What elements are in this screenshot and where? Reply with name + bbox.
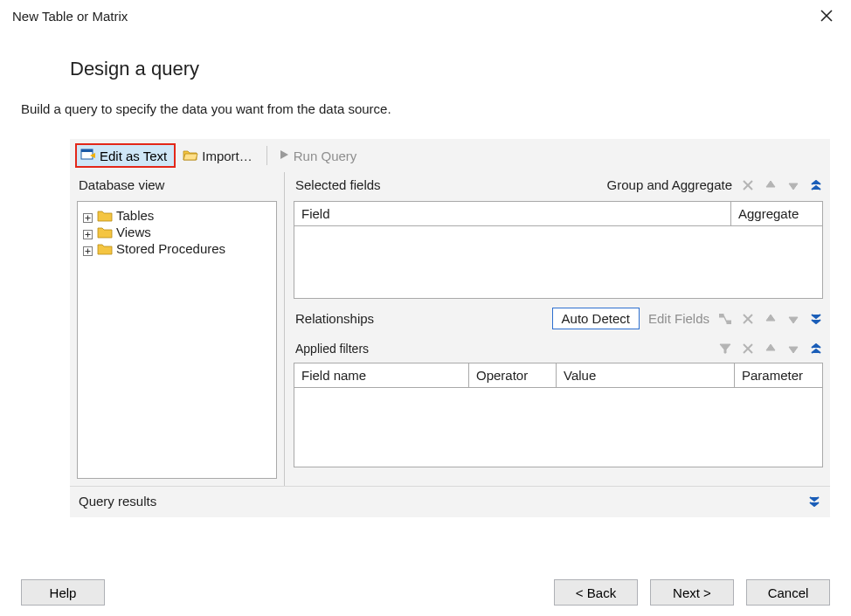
relationships-title: Relationships (295, 311, 374, 326)
selected-fields-grid[interactable]: Field Aggregate (294, 201, 823, 299)
page-subtext: Build a query to specify the data you wa… (21, 101, 830, 116)
collapse-icon[interactable] (809, 342, 823, 356)
selected-fields-columns: Field Aggregate (294, 202, 822, 226)
folder-open-icon (183, 148, 198, 164)
heading-area: Design a query Build a query to specify … (0, 31, 851, 116)
designer-panels: Database view Tables (70, 172, 830, 486)
col-operator[interactable]: Operator (469, 363, 557, 387)
svg-rect-3 (81, 149, 93, 152)
folder-icon (97, 243, 113, 255)
col-field[interactable]: Field (294, 202, 731, 225)
selected-fields-tools: Group and Aggregate (607, 177, 823, 192)
svg-marker-5 (280, 150, 288, 159)
relationship-icon[interactable] (718, 312, 732, 326)
svg-rect-20 (727, 321, 731, 324)
expand-icon[interactable] (809, 312, 823, 326)
database-view-panel: Database view Tables (70, 172, 285, 486)
import-label: Import… (202, 149, 253, 163)
tree-node-label: Stored Procedures (116, 241, 225, 256)
expand-icon[interactable] (83, 244, 93, 254)
expand-icon[interactable] (83, 227, 93, 238)
play-icon (278, 149, 290, 163)
tree-node-views[interactable]: Views (80, 224, 276, 240)
folder-icon (97, 226, 113, 239)
selected-fields-header: Selected fields Group and Aggregate (294, 172, 823, 201)
applied-filters-body (294, 388, 822, 467)
database-view-title: Database view (77, 172, 277, 201)
svg-marker-17 (766, 181, 775, 187)
tree-node-label: Tables (116, 208, 154, 223)
edit-fields-link[interactable]: Edit Fields (648, 311, 709, 326)
move-up-icon[interactable] (764, 342, 778, 356)
applied-filters-tools (718, 342, 823, 356)
move-up-icon[interactable] (764, 312, 778, 326)
move-up-icon[interactable] (764, 178, 778, 192)
svg-marker-18 (789, 183, 798, 190)
applied-filters-grid[interactable]: Field name Operator Value Parameter (294, 363, 823, 467)
applied-filters-columns: Field name Operator Value Parameter (294, 363, 822, 388)
right-panel: Selected fields Group and Aggregate Fiel… (285, 172, 830, 486)
selected-fields-title: Selected fields (295, 177, 381, 192)
tree-node-stored-procedures[interactable]: Stored Procedures (80, 240, 276, 257)
col-parameter[interactable]: Parameter (735, 363, 822, 387)
delete-icon[interactable] (741, 178, 755, 192)
move-down-icon[interactable] (786, 178, 800, 192)
edit-as-text-button[interactable]: Edit as Text (75, 143, 176, 168)
query-results-bar: Query results (70, 487, 830, 517)
back-button[interactable]: < Back (554, 579, 638, 606)
titlebar: New Table or Matrix (0, 0, 851, 31)
filter-icon[interactable] (718, 342, 732, 356)
expand-icon[interactable] (83, 211, 93, 221)
svg-line-21 (723, 315, 727, 322)
edit-as-text-label: Edit as Text (100, 149, 167, 163)
applied-filters-header: Applied filters (294, 336, 823, 363)
query-results-title: Query results (79, 494, 156, 509)
expand-icon[interactable] (807, 495, 821, 509)
relationships-header: Relationships Auto Detect Edit Fields (294, 299, 823, 336)
tree-node-label: Views (116, 225, 151, 239)
tree-node-tables[interactable]: Tables (80, 207, 276, 224)
edit-text-icon (80, 148, 96, 164)
svg-marker-29 (766, 344, 775, 350)
toolbar-separator (266, 146, 267, 165)
window-title: New Table or Matrix (12, 9, 128, 24)
query-designer: Edit as Text Import… Run Query Database … (70, 139, 830, 487)
svg-marker-26 (720, 344, 730, 353)
svg-marker-24 (766, 315, 775, 321)
auto-detect-button[interactable]: Auto Detect (552, 308, 640, 329)
delete-icon[interactable] (741, 312, 755, 326)
applied-filters-title: Applied filters (295, 342, 369, 356)
close-button[interactable] (816, 5, 837, 26)
help-button[interactable]: Help (21, 579, 105, 606)
col-value[interactable]: Value (557, 363, 735, 387)
move-down-icon[interactable] (786, 312, 800, 326)
next-button[interactable]: Next > (650, 579, 734, 606)
group-aggregate-label[interactable]: Group and Aggregate (607, 177, 732, 192)
wizard-footer: Help < Back Next > Cancel (0, 569, 851, 616)
wizard-nav-buttons: < Back Next > Cancel (554, 579, 830, 606)
page-heading: Design a query (70, 58, 830, 80)
run-query-button[interactable]: Run Query (274, 143, 364, 168)
relationships-tools: Auto Detect Edit Fields (552, 308, 823, 329)
delete-icon[interactable] (741, 342, 755, 356)
collapse-icon[interactable] (809, 178, 823, 192)
col-aggregate[interactable]: Aggregate (731, 202, 822, 225)
folder-icon (97, 210, 113, 222)
run-query-label: Run Query (294, 149, 357, 163)
col-field-name[interactable]: Field name (294, 363, 469, 387)
database-tree[interactable]: Tables Views (77, 201, 277, 479)
selected-fields-body (294, 226, 822, 298)
svg-marker-30 (789, 347, 798, 353)
cancel-button[interactable]: Cancel (746, 579, 830, 606)
import-button[interactable]: Import… (179, 143, 259, 168)
close-icon (820, 10, 833, 22)
svg-marker-25 (789, 317, 798, 323)
designer-toolbar: Edit as Text Import… Run Query (70, 139, 830, 172)
svg-rect-19 (719, 314, 723, 317)
move-down-icon[interactable] (786, 342, 800, 356)
